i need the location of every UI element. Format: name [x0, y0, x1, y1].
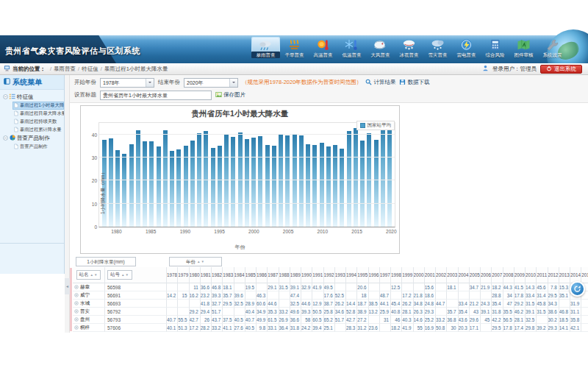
cell-value: 39.3	[212, 291, 223, 300]
cell-value: 29.6	[470, 316, 481, 324]
sidebar-group-1[interactable]: 特征值	[3, 93, 64, 102]
rain-cloud-icon	[251, 38, 280, 52]
row-expand-icon[interactable]	[74, 325, 79, 330]
nav-item-1[interactable]: 暴雨普查	[251, 37, 280, 58]
panel-splitter[interactable]: ◄	[65, 75, 70, 333]
nav-item-7[interactable]: 雪灾普查	[423, 37, 452, 58]
table-row[interactable]: 威宁5669114.21516.223.239.335.739.646.347.…	[73, 291, 588, 300]
nav-item-11[interactable]: 系统设置	[538, 37, 567, 58]
gridline-40	[99, 134, 395, 135]
cell-value: 61.5	[268, 316, 279, 324]
cell-value: 23.2	[201, 291, 212, 300]
breadcrumb-item[interactable]: 暴雨过程1小时最大降水量	[104, 66, 168, 73]
breadcrumb-item[interactable]: 特征值	[82, 66, 98, 73]
cell-value: 14.2	[167, 291, 178, 300]
bar-2005	[285, 135, 290, 227]
bar-1987	[163, 130, 168, 227]
calculate-button[interactable]: 计算结果	[365, 79, 395, 87]
sidebar-item-1-3[interactable]: 暴雨过程持续天数	[12, 118, 64, 126]
cell-value	[459, 291, 470, 300]
sidebar-item-1-1[interactable]: 暴雨过程1小时最大降水量	[12, 102, 64, 110]
row-expand-icon[interactable]	[74, 285, 79, 290]
sidebar-group-2[interactable]: 普查产品制作	[3, 134, 64, 143]
cell-value: 12.9	[312, 300, 323, 308]
row-expand-icon[interactable]	[74, 317, 79, 322]
cell-value: 50.5	[312, 308, 323, 316]
chart-title-input[interactable]: 贵州省历年1小时最大降水量	[100, 91, 212, 100]
cell-value: 17.6	[324, 291, 335, 300]
nav-item-label: 系统设置	[538, 52, 567, 58]
name-sort-button[interactable]: 站名▲▼	[76, 270, 101, 280]
cell-value	[223, 308, 234, 316]
end-year-select[interactable]: 2020年	[184, 78, 238, 88]
cell-value: 30.2	[548, 316, 559, 324]
table-row[interactable]: 赫章565981136.646.818.119.529.131.539.132.…	[73, 283, 588, 291]
id-sort-button[interactable]: 站号▲▼	[107, 270, 132, 280]
cell-value	[257, 283, 268, 291]
cell-value: 18.1	[223, 283, 234, 291]
cell-value: 18.7	[357, 300, 368, 308]
year-sort-box[interactable]: 年份▲▼	[169, 257, 222, 266]
download-data-button[interactable]: 数据下载	[399, 79, 429, 87]
table-scrollbar[interactable]	[70, 268, 72, 331]
sidebar-item-1-2[interactable]: 暴雨过程日最大降水量	[12, 110, 64, 118]
cell-value: 33.4	[526, 291, 537, 300]
nav-item-8[interactable]: 雷电普查	[452, 37, 481, 58]
cell-value: 15	[178, 291, 189, 300]
splitter-collapse-handle[interactable]: ◄	[65, 278, 70, 294]
bar-2020	[387, 126, 392, 227]
table-row[interactable]: 普安5679229.229.451.740.434.935.333.249.63…	[73, 308, 588, 316]
sort-arrows-icon[interactable]: ▲▼	[121, 273, 129, 277]
location-icon	[4, 65, 10, 73]
cell-value: 38.7	[324, 300, 335, 308]
breadcrumb-item[interactable]: 暴雨普查	[54, 66, 76, 73]
cell-value: 29.2	[190, 308, 201, 316]
sidebar-item-2-1[interactable]: 普查产品制作	[12, 143, 64, 151]
nav-item-3[interactable]: 高温普查	[309, 37, 337, 58]
header-cell-1988: 1988	[279, 267, 290, 283]
cell-value: 9.8	[257, 324, 268, 332]
row-expand-icon[interactable]	[74, 309, 79, 314]
toolbar-row-1: 开始年份 1978年 结束年份 2020年 （规范采用1978-2020年数据作…	[74, 77, 429, 88]
logout-button[interactable]: 退出系统	[540, 65, 582, 74]
table-row[interactable]: 盘州5679340.755.542.72643.737.540.540.749.…	[73, 316, 588, 324]
x-tick-label: 2010	[318, 229, 328, 234]
tree-toggle-icon[interactable]	[3, 94, 8, 101]
start-year-select[interactable]: 1978年	[100, 78, 154, 88]
sidebar-item-label: 暴雨过程日最大降水量	[20, 110, 64, 117]
table-row[interactable]: 桐梓5760640.151.317.228.233.241.127.640.59…	[73, 324, 588, 332]
header-cell-2012: 2012	[548, 267, 559, 283]
nav-item-9[interactable]: 综合风险	[481, 37, 509, 58]
nav-item-6[interactable]: 冰雹普查	[395, 37, 423, 58]
name-col-label: 站名	[79, 272, 89, 278]
cell-value	[481, 324, 492, 332]
save-image-button[interactable]: 保存图片	[215, 91, 245, 99]
main-content: 开始年份 1978年 结束年份 2020年 （规范采用1978-2020年数据作…	[70, 75, 588, 333]
nav-item-10[interactable]: 图件审核	[509, 37, 538, 58]
sidebar-item-1-4[interactable]: 暴雨过程累计降水量	[12, 126, 64, 134]
nav-item-4[interactable]: 低温普查	[337, 37, 366, 58]
cell-value: 31.2	[357, 324, 368, 332]
cell-value: 31	[380, 316, 391, 324]
download-label: 数据下载	[407, 79, 429, 86]
cell-value: 39.1	[526, 308, 537, 316]
cell-value: 18.1	[447, 283, 458, 291]
sort-arrows-icon[interactable]: ▲▼	[197, 258, 205, 266]
cell-value: 40.5	[234, 316, 245, 324]
cell-value: 60.6	[257, 300, 268, 308]
table-row[interactable]: 水城5669341.832.729.532.528.960.644.632.54…	[73, 300, 588, 308]
header-cell-1987: 1987	[268, 267, 279, 283]
cell-value: 44.1	[380, 300, 391, 308]
cell-value: 56.5	[503, 316, 514, 324]
nav-item-2[interactable]: 干旱普查	[280, 37, 309, 58]
table-grid: 站名▲▼站号▲▼19781979198019811982198319841985…	[73, 267, 588, 332]
row-expand-icon[interactable]	[74, 301, 79, 306]
header-cell-1982: 1982	[212, 267, 223, 283]
tree-toggle-icon[interactable]	[3, 135, 8, 142]
nav-item-5[interactable]: 大风普查	[366, 37, 395, 58]
cell-value: 40.8	[391, 308, 402, 316]
sort-arrows-icon[interactable]: ▲▼	[90, 273, 98, 277]
refresh-float-button[interactable]	[570, 281, 585, 297]
row-expand-icon[interactable]	[74, 293, 79, 298]
cell-value: 30	[447, 324, 458, 332]
